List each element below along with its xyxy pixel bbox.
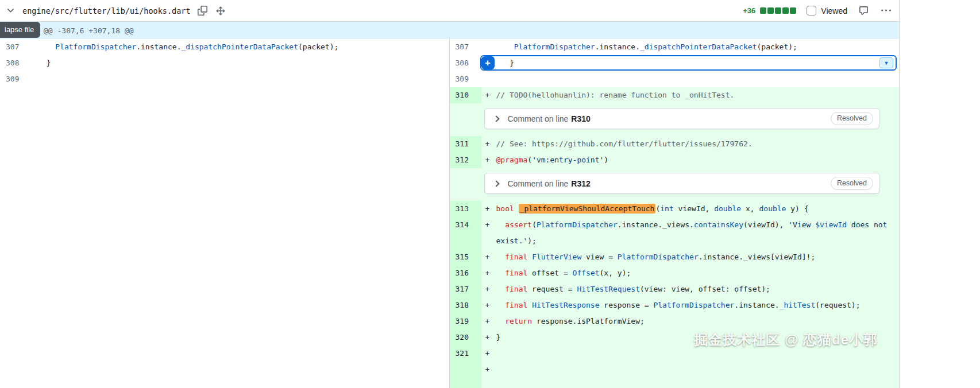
line-number[interactable]: 311 bbox=[450, 136, 481, 152]
chevron-right-icon bbox=[493, 115, 499, 122]
diff-row-added: 313+bool _platformViewShouldAcceptTouch(… bbox=[450, 201, 900, 217]
diff-row: 308+ }▼ bbox=[450, 55, 900, 71]
line-number[interactable]: 308 bbox=[0, 55, 32, 71]
code-line bbox=[494, 71, 900, 87]
comment-label: Comment on line bbox=[508, 114, 569, 123]
code-line: assert(PlatformDispatcher.instance._view… bbox=[494, 217, 900, 249]
code-line bbox=[494, 362, 900, 388]
review-comment-row: Comment on lineR312Resolved bbox=[450, 168, 900, 201]
hunk-header: @@ -307,6 +307,18 @@ bbox=[0, 22, 899, 39]
diff-sign: + bbox=[481, 281, 494, 297]
right-pane-added-fill: + bbox=[450, 362, 900, 388]
collapsed-comment[interactable]: Comment on lineR310Resolved bbox=[484, 108, 880, 129]
file-header-actions: +36 Viewed bbox=[743, 5, 892, 17]
left-pane-empty-area bbox=[0, 87, 449, 388]
code-line: } bbox=[501, 55, 514, 71]
line-number[interactable]: 312 bbox=[450, 152, 481, 168]
viewed-checkbox[interactable] bbox=[807, 6, 816, 15]
line-number[interactable]: 318 bbox=[450, 297, 481, 313]
diff-row-added: 316+ final offset = Offset(x, y); bbox=[450, 265, 900, 281]
code-line: @pragma('vm:entry-point') bbox=[494, 152, 900, 168]
diffstat-block bbox=[767, 7, 774, 14]
diff-row: 307 PlatformDispatcher.instance._dispatc… bbox=[450, 39, 900, 55]
line-number[interactable]: 307 bbox=[450, 39, 481, 55]
line-number[interactable]: 321 bbox=[450, 346, 481, 362]
diff-left-pane: 307 PlatformDispatcher.instance._dispatc… bbox=[0, 39, 450, 388]
collapse-file-tooltip: lapse file bbox=[0, 22, 40, 38]
code-line: PlatformDispatcher.instance._dispatchPoi… bbox=[32, 39, 449, 55]
code-line: final FlutterView view = PlatformDispatc… bbox=[494, 249, 900, 265]
diff-sign: + bbox=[481, 265, 494, 281]
file-path: engine/src/flutter/lib/ui/hooks.dart bbox=[22, 6, 191, 15]
diff-row-added: 310+// TODO(hellohuanlin): rename functi… bbox=[450, 87, 900, 103]
diff-row: 309 bbox=[450, 71, 900, 87]
review-comment-row: Comment on lineR310Resolved bbox=[450, 103, 900, 136]
diff-row: 308 } bbox=[0, 55, 449, 71]
watermark: 掘金技术社区 @ 恋猫de小郭 bbox=[694, 331, 878, 349]
diff-row-added: 319+ return response.isPlatformView; bbox=[450, 313, 900, 329]
line-number[interactable] bbox=[450, 362, 481, 388]
diff-sign: + bbox=[481, 87, 494, 103]
comment-icon[interactable] bbox=[858, 5, 870, 17]
diff-row-added: 314+ assert(PlatformDispatcher.instance.… bbox=[450, 217, 900, 249]
code-line: // See: https://github.com/flutter/flutt… bbox=[494, 136, 900, 152]
resolved-badge[interactable]: Resolved bbox=[831, 177, 873, 190]
line-number[interactable]: 314 bbox=[450, 217, 481, 249]
line-number[interactable]: 307 bbox=[0, 39, 32, 55]
diffstat-block bbox=[775, 7, 781, 14]
line-number[interactable]: 319 bbox=[450, 313, 481, 329]
diffstat-squares bbox=[760, 7, 796, 14]
code-line: final request = HitTestRequest(view: vie… bbox=[494, 281, 900, 297]
viewed-toggle[interactable]: Viewed bbox=[807, 6, 847, 15]
kebab-menu-icon[interactable] bbox=[880, 5, 892, 17]
add-line-comment-button[interactable]: + bbox=[481, 56, 495, 69]
hunk-header-text: @@ -307,6 +307,18 @@ bbox=[44, 26, 134, 35]
pr-diff-page: engine/src/flutter/lib/ui/hooks.dart +36… bbox=[0, 0, 980, 388]
comment-line-ref: R312 bbox=[571, 179, 590, 188]
file-header: engine/src/flutter/lib/ui/hooks.dart +36… bbox=[0, 0, 899, 22]
collapse-file-chevron-icon[interactable] bbox=[5, 5, 17, 17]
code-line: PlatformDispatcher.instance._dispatchPoi… bbox=[494, 39, 900, 55]
line-menu-caret-icon[interactable]: ▼ bbox=[879, 57, 893, 68]
line-number[interactable]: 317 bbox=[450, 281, 481, 297]
file-diff-container: engine/src/flutter/lib/ui/hooks.dart +36… bbox=[0, 0, 900, 388]
resolved-badge[interactable]: Resolved bbox=[831, 112, 873, 125]
line-number[interactable]: 309 bbox=[0, 71, 32, 87]
line-number[interactable]: 313 bbox=[450, 201, 481, 217]
diff-sign bbox=[481, 39, 494, 55]
code-line: final offset = Offset(x, y); bbox=[494, 265, 900, 281]
diffstat-block bbox=[790, 7, 796, 14]
copy-path-icon[interactable] bbox=[196, 5, 209, 17]
line-number[interactable]: 309 bbox=[450, 71, 481, 87]
viewed-label: Viewed bbox=[821, 6, 847, 15]
chevron-right-icon bbox=[493, 180, 499, 187]
diffstat-block bbox=[760, 7, 766, 14]
diff-sign: + bbox=[481, 346, 494, 362]
line-number[interactable]: 315 bbox=[450, 249, 481, 265]
code-line bbox=[32, 71, 449, 87]
diff-row: 307 PlatformDispatcher.instance._dispatc… bbox=[0, 39, 449, 55]
diff-sign: + bbox=[481, 297, 494, 313]
line-number[interactable]: 308 bbox=[450, 55, 481, 71]
code-line: bool _platformViewShouldAcceptTouch(int … bbox=[494, 201, 900, 217]
diff-sign: + bbox=[481, 362, 494, 388]
comment-target-line-box bbox=[480, 55, 897, 71]
diff-row-added: 318+ final HitTestResponse response = Pl… bbox=[450, 297, 900, 313]
diffstat-added-count: +36 bbox=[743, 6, 755, 15]
diff-row-added: 315+ final FlutterView view = PlatformDi… bbox=[450, 249, 900, 265]
drag-handle-icon[interactable] bbox=[214, 5, 227, 17]
line-number[interactable]: 320 bbox=[450, 329, 481, 346]
code-line: // TODO(hellohuanlin): rename function t… bbox=[494, 87, 900, 103]
comment-label: Comment on line bbox=[508, 179, 569, 188]
selected-line-wrap: + }▼ bbox=[481, 55, 900, 71]
diffstat-block bbox=[782, 7, 789, 14]
diff-row-added: 317+ final request = HitTestRequest(view… bbox=[450, 281, 900, 297]
line-number[interactable]: 310 bbox=[450, 87, 481, 103]
diff-sign: + bbox=[481, 217, 494, 249]
line-number[interactable]: 316 bbox=[450, 265, 481, 281]
diff-row: 309 bbox=[0, 71, 449, 87]
collapsed-comment[interactable]: Comment on lineR312Resolved bbox=[484, 173, 880, 194]
diff-sign: + bbox=[481, 136, 494, 152]
diff-sign: + bbox=[481, 152, 494, 168]
diff-sign: + bbox=[481, 329, 494, 346]
